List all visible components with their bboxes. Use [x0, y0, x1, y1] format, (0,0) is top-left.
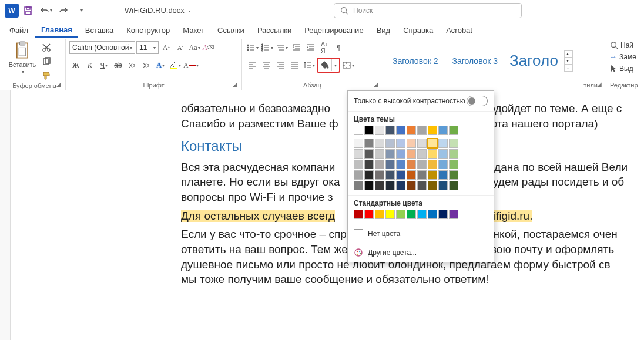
color-swatch[interactable] — [396, 139, 405, 148]
color-swatch[interactable] — [449, 160, 458, 169]
color-swatch[interactable] — [375, 149, 384, 159]
color-swatch[interactable] — [428, 126, 437, 135]
color-swatch[interactable] — [407, 149, 416, 159]
color-swatch[interactable] — [396, 210, 405, 219]
color-swatch[interactable] — [417, 126, 427, 135]
tab-help[interactable]: Справка — [397, 23, 439, 37]
color-swatch[interactable] — [428, 210, 437, 219]
color-swatch[interactable] — [354, 149, 363, 159]
shading-dropdown[interactable]: ▾ — [331, 59, 338, 71]
qat-more[interactable]: ▾ — [73, 2, 89, 19]
color-swatch[interactable] — [354, 170, 363, 180]
color-swatch[interactable] — [428, 139, 437, 148]
color-swatch[interactable] — [385, 139, 395, 148]
tab-review[interactable]: Рецензирование — [298, 23, 369, 37]
color-swatch[interactable] — [407, 139, 416, 148]
tab-insert[interactable]: Вставка — [79, 23, 119, 37]
color-swatch[interactable] — [364, 160, 374, 169]
undo-button[interactable]: ▾ — [38, 2, 54, 19]
tab-acrobat[interactable]: Acrobat — [440, 23, 478, 37]
color-swatch[interactable] — [364, 170, 374, 180]
paragraph-dialog-launcher[interactable]: ◢ — [374, 81, 381, 88]
color-swatch[interactable] — [417, 139, 427, 148]
color-swatch[interactable] — [354, 210, 363, 219]
color-swatch[interactable] — [407, 160, 416, 169]
decrease-indent-button[interactable] — [290, 41, 303, 54]
color-swatch[interactable] — [438, 181, 448, 190]
format-painter-button[interactable] — [40, 69, 53, 82]
tab-view[interactable]: Вид — [371, 23, 397, 37]
align-center-button[interactable] — [260, 59, 273, 72]
color-swatch[interactable] — [407, 126, 416, 135]
font-dialog-launcher[interactable]: ◢ — [233, 81, 240, 88]
color-swatch[interactable] — [396, 181, 405, 190]
color-swatch[interactable] — [385, 149, 395, 159]
bold-button[interactable]: Ж — [69, 59, 82, 72]
shading-button[interactable] — [318, 59, 331, 71]
shrink-font-button[interactable]: Aˇ — [174, 41, 187, 54]
style-heading3[interactable]: Заголовок 3 — [447, 52, 504, 70]
color-swatch[interactable] — [407, 210, 416, 219]
high-contrast-toggle[interactable] — [467, 96, 488, 106]
color-swatch[interactable] — [438, 149, 448, 159]
color-swatch[interactable] — [364, 181, 374, 190]
numbering-button[interactable]: 123▾ — [260, 41, 274, 54]
color-swatch[interactable] — [407, 170, 416, 180]
color-swatch[interactable] — [396, 126, 405, 135]
highlight-button[interactable]: ▾ — [168, 59, 182, 72]
color-swatch[interactable] — [417, 181, 427, 190]
multilevel-button[interactable]: ▾ — [275, 41, 289, 54]
underline-button[interactable]: Ч▾ — [98, 59, 110, 72]
more-colors-item[interactable]: Другие цвета... — [348, 243, 494, 262]
superscript-button[interactable]: x2 — [140, 59, 153, 72]
borders-button[interactable]: ▾ — [341, 59, 355, 72]
color-swatch[interactable] — [449, 149, 458, 159]
copy-button[interactable] — [40, 55, 53, 68]
grow-font-button[interactable]: A^ — [160, 41, 173, 54]
color-swatch[interactable] — [354, 139, 363, 148]
color-swatch[interactable] — [375, 170, 384, 180]
color-swatch[interactable] — [438, 170, 448, 180]
change-case-button[interactable]: Aa▾ — [188, 41, 201, 54]
color-swatch[interactable] — [396, 170, 405, 180]
tab-design[interactable]: Конструктор — [120, 23, 176, 37]
search-box[interactable]: Поиск — [334, 3, 522, 18]
text-effects-button[interactable]: A▾ — [154, 59, 167, 72]
color-swatch[interactable] — [385, 170, 395, 180]
color-swatch[interactable] — [428, 170, 437, 180]
color-swatch[interactable] — [354, 126, 363, 135]
align-left-button[interactable] — [246, 59, 259, 72]
color-swatch[interactable] — [375, 181, 384, 190]
paste-button[interactable]: Вставить▾ — [7, 40, 38, 75]
color-swatch[interactable] — [438, 160, 448, 169]
justify-button[interactable] — [288, 59, 301, 72]
style-heading2[interactable]: Заголовок 2 — [387, 52, 444, 70]
styles-dialog-launcher[interactable]: ◢ — [597, 81, 604, 88]
no-color-item[interactable]: Нет цвета — [348, 224, 494, 243]
find-button[interactable]: Най — [610, 40, 637, 51]
color-swatch[interactable] — [428, 160, 437, 169]
color-swatch[interactable] — [417, 149, 427, 159]
color-swatch[interactable] — [354, 160, 363, 169]
save-button[interactable] — [20, 2, 36, 19]
color-swatch[interactable] — [396, 160, 405, 169]
color-swatch[interactable] — [449, 210, 458, 219]
document-title[interactable]: WiFiGiD.RU.docx⌄ — [125, 6, 192, 15]
tab-references[interactable]: Ссылки — [212, 23, 250, 37]
color-swatch[interactable] — [364, 149, 374, 159]
color-swatch[interactable] — [438, 126, 448, 135]
bullets-button[interactable]: ▾ — [246, 41, 259, 54]
color-swatch[interactable] — [438, 139, 448, 148]
font-size-select[interactable]: 11▾ — [136, 41, 159, 54]
tab-home[interactable]: Главная — [35, 23, 78, 38]
document-body[interactable]: обязательно и безвозмездноподойдет по те… — [0, 90, 644, 340]
select-button[interactable]: Выд — [610, 63, 637, 74]
color-swatch[interactable] — [385, 181, 395, 190]
subscript-button[interactable]: x2 — [126, 59, 139, 72]
color-swatch[interactable] — [396, 149, 405, 159]
color-swatch[interactable] — [375, 126, 384, 135]
color-swatch[interactable] — [428, 181, 437, 190]
color-swatch[interactable] — [417, 210, 427, 219]
increase-indent-button[interactable] — [304, 41, 317, 54]
color-swatch[interactable] — [417, 160, 427, 169]
